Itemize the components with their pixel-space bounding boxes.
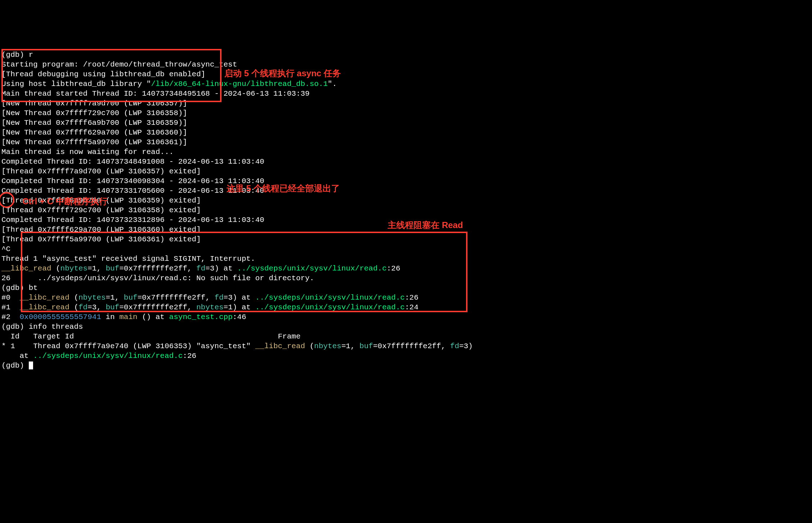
cmd-bt: bt [29, 284, 38, 292]
terminal-output[interactable]: (gdb) r Starting program: /root/demo/thr… [1, 40, 811, 370]
func-name: __libc_read [19, 303, 69, 311]
new-thread: [New Thread 0x7ffff629a700 (LWP 3106360)… [1, 128, 187, 137]
line: 26 ../sysdeps/unix/sysv/linux/read.c: No… [1, 274, 314, 282]
line: Main thread started Thread ID: 140737348… [1, 90, 310, 98]
line: Using host libthread_db library " [1, 80, 151, 88]
sigint: ^C [1, 245, 10, 253]
param: nbytes [60, 264, 88, 273]
anno-all-exited: 这里 5 个线程已经全部退出了 [227, 183, 340, 193]
func-name: main [119, 313, 137, 321]
line: [Thread debugging using libthread_db ena… [1, 70, 205, 78]
src-path: ../sysdeps/unix/sysv/linux/read.c [255, 303, 405, 311]
thread-row: * 1 Thread 0x7ffff7a9e740 (LWP 3106353) … [1, 342, 255, 350]
line: Completed Thread ID: 140737348491008 - 2… [1, 158, 264, 166]
thread-header: Id Target Id Frame [1, 332, 301, 341]
src-path: ../sysdeps/unix/sysv/linux/read.c [255, 294, 405, 302]
line: Starting program: /root/demo/thread_thro… [1, 60, 237, 69]
cursor [29, 361, 33, 369]
src-path: ../sysdeps/unix/sysv/linux/read.c [33, 352, 183, 360]
new-thread: [New Thread 0x7ffff5a99700 (LWP 3106361)… [1, 138, 187, 146]
lib-path: /lib/x86_64-linux-gnu/libthread_db.so.1 [151, 80, 328, 88]
thread-exited: [Thread 0x7ffff729c700 (LWP 3106358) exi… [1, 206, 201, 214]
src-path: async_test.cpp [169, 313, 232, 321]
thread-exited: [Thread 0x7ffff629a700 (LWP 3106360) exi… [1, 226, 201, 234]
anno-start-threads: 启动 5 个线程执行 async 任务 [224, 68, 341, 78]
addr: 0x0000555555557941 [19, 313, 101, 321]
thread-exited: [Thread 0x7ffff5a99700 (LWP 3106361) exi… [1, 235, 201, 244]
param: fd [196, 264, 205, 273]
src-path: ../sysdeps/unix/sysv/linux/read.c [237, 264, 387, 273]
cmd-info-threads: info threads [29, 323, 83, 331]
anno-ctrlc: Ctrl + C 中断程序执行 [22, 196, 108, 206]
new-thread: [New Thread 0x7ffff7a9d700 (LWP 3106357)… [1, 99, 187, 108]
func-name: __libc_read [19, 294, 69, 302]
gdb-prompt: (gdb) [1, 51, 29, 59]
new-thread: [New Thread 0x7ffff6a9b700 (LWP 3106359)… [1, 119, 187, 127]
func-name: __libc_read [255, 342, 305, 350]
line: Completed Thread ID: 140737331705600 - 2… [1, 187, 264, 195]
line: Completed Thread ID: 140737340098304 - 2… [1, 177, 264, 185]
thread-exited: [Thread 0x7ffff7a9d700 (LWP 3106357) exi… [1, 167, 201, 176]
gdb-prompt: (gdb) [1, 361, 29, 370]
line: Main thread is now waiting for read... [1, 148, 174, 156]
gdb-prompt: (gdb) [1, 323, 29, 331]
line: ". [328, 80, 337, 88]
cmd-run: r [29, 51, 33, 59]
line: Completed Thread ID: 140737323312896 - 2… [1, 216, 264, 224]
func-name: __libc_read [1, 264, 51, 273]
gdb-prompt: (gdb) [1, 284, 29, 292]
param: buf [106, 264, 119, 273]
line: Thread 1 "async_test" received signal SI… [1, 255, 255, 263]
new-thread: [New Thread 0x7ffff729c700 (LWP 3106358)… [1, 109, 187, 117]
anno-block-read: 主线程阻塞在 Read [388, 220, 463, 230]
